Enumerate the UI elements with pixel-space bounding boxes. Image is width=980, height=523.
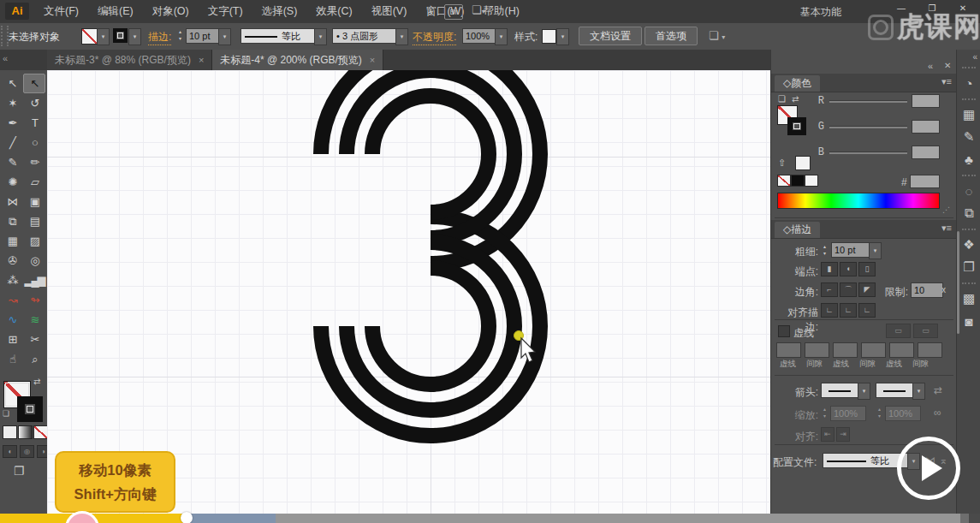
weight-stepper[interactable]: ▴▾ xyxy=(821,242,829,258)
dock-group-handle[interactable] xyxy=(962,282,976,287)
preferences-button[interactable]: 首选项 xyxy=(644,27,698,45)
panel-collapse-chevron[interactable]: « xyxy=(928,61,933,71)
eraser-tool[interactable]: ▱ xyxy=(24,173,45,191)
miter-limit-input[interactable]: 10 xyxy=(911,282,943,298)
brushes-panel-icon[interactable]: ✎ xyxy=(959,127,979,147)
dashed-line-checkbox[interactable] xyxy=(778,325,790,337)
panel-close-icon[interactable]: ✕ xyxy=(944,61,951,70)
dash-preserve-button[interactable]: ▭ xyxy=(913,324,938,338)
white-swatch[interactable] xyxy=(805,175,818,187)
swatches-panel-icon[interactable]: ▦ xyxy=(959,104,979,125)
arrowhead-end-select[interactable] xyxy=(876,383,913,398)
menu-view[interactable]: 视图(V) xyxy=(362,0,417,23)
gradient-mode-button[interactable] xyxy=(18,425,33,439)
dock-group-handle[interactable] xyxy=(962,67,976,71)
menu-type[interactable]: 文字(T) xyxy=(199,0,252,23)
arrowhead-start-dropdown[interactable]: ▾ xyxy=(858,383,870,400)
channel-slider[interactable] xyxy=(829,100,907,103)
dock-expand-chevron[interactable]: « xyxy=(957,50,980,62)
eyedropper-tool[interactable]: ✇ xyxy=(2,252,22,270)
hand-tool[interactable]: ☝ xyxy=(2,350,22,368)
free-transform-tool[interactable]: ▣ xyxy=(24,193,45,211)
color-guide-panel-icon[interactable]: ◔ xyxy=(959,73,979,93)
stroke-color-swatch[interactable] xyxy=(113,28,128,43)
fill-color-swatch[interactable] xyxy=(81,28,98,45)
panel-resize-grip[interactable]: ⋰ xyxy=(942,205,950,214)
stroke-panel-tab[interactable]: ◇描边 xyxy=(775,222,820,238)
stroke-weight-label[interactable]: 描边: xyxy=(148,30,171,45)
corner-button[interactable]: ◤ xyxy=(858,282,876,297)
scale-end-stepper[interactable]: ▴▾ xyxy=(876,405,883,420)
dash-value-input[interactable] xyxy=(861,342,886,358)
duplicate-swatch-icon[interactable]: ❏ xyxy=(778,94,786,104)
symbols-panel-icon[interactable]: ♣ xyxy=(959,149,979,169)
menu-effect[interactable]: 效果(C) xyxy=(306,0,361,23)
share-screen-icon[interactable]: ❏ ▾ xyxy=(709,29,725,42)
blob-brush-tool[interactable]: ✺ xyxy=(2,173,22,191)
slice-tool[interactable]: ✂ xyxy=(24,330,45,348)
menu-object[interactable]: 对象(O) xyxy=(143,0,199,23)
toolbar-collapse-chevron[interactable]: « xyxy=(3,53,8,63)
swap-fill-stroke-icon[interactable]: ⇄ xyxy=(33,377,40,386)
arrow-align-button[interactable]: ⇥ xyxy=(836,427,850,442)
menu-select[interactable]: 选择(S) xyxy=(252,0,307,23)
opacity-label[interactable]: 不透明度: xyxy=(413,30,456,45)
tab-close-icon[interactable]: × xyxy=(199,55,204,65)
brush-definition-select[interactable]: • 3 点圆形 xyxy=(332,28,402,44)
opacity-dropdown[interactable]: ▾ xyxy=(495,28,508,45)
drawing-mode-button[interactable]: ◖ xyxy=(3,445,17,458)
arrow-align-button[interactable]: ⇤ xyxy=(821,427,834,442)
align-stroke-button[interactable]: ∟ xyxy=(821,303,838,318)
channel-value-input[interactable] xyxy=(912,120,940,134)
arrange-documents-icon[interactable]: ❏▾ xyxy=(472,3,485,16)
brush-dropdown[interactable]: ▾ xyxy=(395,28,408,45)
weight-dropdown[interactable]: ▾ xyxy=(869,242,882,259)
stroke-color-dropdown[interactable]: ▾ xyxy=(128,28,141,45)
scale-end-input[interactable]: 100% xyxy=(885,406,921,421)
variable-width-dropdown[interactable]: ▾ xyxy=(314,28,327,45)
perspective-grid-tool[interactable]: ▤ xyxy=(24,212,45,230)
dash-value-input[interactable] xyxy=(776,342,801,358)
channel-value-input[interactable] xyxy=(912,146,940,159)
zoom-tool[interactable]: ⌕ xyxy=(24,350,45,368)
color-spectrum-bar[interactable] xyxy=(777,193,940,209)
dock-group-handle[interactable] xyxy=(962,98,976,103)
dash-value-input[interactable] xyxy=(918,342,942,358)
scale-start-input[interactable]: 100% xyxy=(830,406,866,421)
align-stroke-button[interactable]: ∟ xyxy=(858,303,876,318)
cap-button[interactable]: ▮ xyxy=(821,262,838,276)
corner-button[interactable]: ⌒ xyxy=(840,282,857,297)
appearance-panel-icon[interactable]: ◌ xyxy=(959,181,979,201)
arrowhead-end-dropdown[interactable]: ▾ xyxy=(912,383,925,400)
stroke-panel-menu-icon[interactable]: ▾≡ xyxy=(941,223,952,234)
scale-link-icon[interactable]: ∞ xyxy=(934,407,941,419)
plugin-red-star-arc-tool[interactable]: ↬ xyxy=(24,291,45,309)
scale-start-stepper[interactable]: ▴▾ xyxy=(821,405,829,420)
layers-panel-icon[interactable]: ❖ xyxy=(959,235,979,255)
progress-knob[interactable] xyxy=(181,512,193,523)
corner-button[interactable]: ⌐ xyxy=(821,282,838,297)
transparency-panel-icon[interactable]: ◙ xyxy=(959,311,979,331)
lasso-tool[interactable]: ↺ xyxy=(24,94,45,112)
plugin-red-arc-tool[interactable]: ↝ xyxy=(2,291,22,309)
screen-mode-button[interactable]: ❐ xyxy=(14,464,25,478)
color-panel-menu-icon[interactable]: ▾≡ xyxy=(941,76,952,87)
mesh-tool[interactable]: ▦ xyxy=(2,232,22,250)
plugin-green-wave-tool[interactable]: ≋ xyxy=(24,311,45,329)
column-graph-tool[interactable]: ▂▄▆ xyxy=(24,271,45,289)
dash-preserve-button[interactable]: ▭ xyxy=(886,324,911,338)
stroke-weight-dropdown[interactable]: ▾ xyxy=(218,28,231,45)
blend-tool[interactable]: ◎ xyxy=(24,252,45,270)
gradient-tool[interactable]: ▨ xyxy=(24,232,45,250)
hex-input[interactable] xyxy=(910,175,940,188)
default-fill-stroke-icon[interactable]: ❏ xyxy=(3,409,9,418)
channel-slider[interactable] xyxy=(829,126,907,128)
stroke-weight-stepper[interactable]: ▴▾ xyxy=(176,27,184,43)
fill-color-dropdown[interactable]: ▾ xyxy=(97,28,110,45)
menu-file[interactable]: 文件(F) xyxy=(34,0,88,23)
plugin-blue-zigzag-tool[interactable]: ∿ xyxy=(2,311,22,329)
options-bar-grip[interactable] xyxy=(1,26,9,46)
symbol-sprayer-tool[interactable]: ⁂ xyxy=(2,271,22,289)
tab-close-icon[interactable]: × xyxy=(370,55,375,65)
cap-button[interactable]: ◖ xyxy=(840,262,857,276)
